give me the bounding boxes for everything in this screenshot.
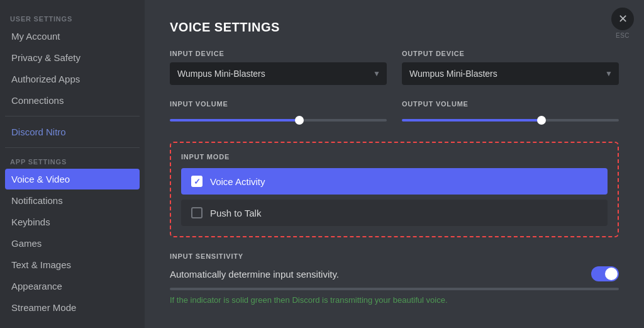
sidebar-item-appearance[interactable]: Appearance	[5, 276, 140, 297]
sidebar-item-keybinds[interactable]: Keybinds	[5, 212, 140, 232]
output-volume-label: OUTPUT VOLUME	[402, 100, 619, 108]
auto-sensitivity-toggle[interactable]	[591, 266, 619, 281]
input-mode-section: INPUT MODE Voice Activity Push to Talk	[170, 142, 619, 237]
input-device-label: INPUT DEVICE	[170, 50, 387, 57]
voice-activity-option[interactable]: Voice Activity	[181, 168, 608, 195]
input-volume-slider[interactable]	[170, 119, 387, 122]
toggle-knob	[605, 268, 618, 280]
sidebar-item-my-account[interactable]: My Account	[5, 26, 140, 47]
input-volume-col: INPUT VOLUME	[170, 100, 387, 124]
output-volume-col: OUTPUT VOLUME	[402, 100, 619, 124]
input-mode-label: INPUT MODE	[181, 153, 608, 161]
device-row: INPUT DEVICE Wumpus Mini-Blasters ▼ OUTP…	[170, 50, 619, 85]
sidebar-item-discord-nitro[interactable]: Discord Nitro	[5, 122, 140, 142]
push-to-talk-checkbox[interactable]	[191, 207, 203, 218]
output-device-col: OUTPUT DEVICE Wumpus Mini-Blasters ▼	[402, 50, 619, 85]
sidebar-divider-2	[5, 147, 140, 148]
sensitivity-row: Automatically determine input sensitivit…	[170, 266, 619, 281]
user-settings-label: USER SETTINGS	[5, 10, 140, 25]
push-to-talk-option[interactable]: Push to Talk	[181, 200, 608, 226]
input-sensitivity-label: INPUT SENSITIVITY	[170, 252, 619, 260]
sidebar-item-text-images[interactable]: Text & Images	[5, 254, 140, 275]
push-to-talk-label: Push to Talk	[210, 208, 261, 218]
sidebar-item-connections[interactable]: Connections	[5, 90, 140, 111]
sidebar-item-notifications[interactable]: Notifications	[5, 190, 140, 211]
input-device-wrapper: Wumpus Mini-Blasters ▼	[170, 62, 387, 85]
page-title: VOICE SETTINGS	[170, 20, 619, 35]
sensitivity-bar-row	[170, 288, 619, 290]
close-button[interactable]: ✕	[611, 8, 634, 30]
main-content: ✕ ESC VOICE SETTINGS INPUT DEVICE Wumpus…	[145, 0, 644, 328]
esc-label: ESC	[616, 32, 630, 39]
sidebar-item-streamer-mode[interactable]: Streamer Mode	[5, 297, 140, 318]
input-device-select[interactable]: Wumpus Mini-Blasters	[170, 62, 387, 85]
voice-activity-label: Voice Activity	[210, 176, 265, 187]
app-settings-label: APP SETTINGS	[5, 153, 140, 168]
voice-activity-checkbox[interactable]	[191, 176, 203, 187]
sidebar-item-games[interactable]: Games	[5, 233, 140, 254]
output-device-label: OUTPUT DEVICE	[402, 50, 619, 57]
output-device-wrapper: Wumpus Mini-Blasters ▼	[402, 62, 619, 85]
sensitivity-hint: If the indicator is solid green then Dis…	[170, 295, 619, 305]
close-area: ✕ ESC	[611, 8, 634, 39]
sidebar-divider-1	[5, 116, 140, 116]
input-device-col: INPUT DEVICE Wumpus Mini-Blasters ▼	[170, 50, 387, 85]
output-device-select[interactable]: Wumpus Mini-Blasters	[402, 62, 619, 85]
sidebar-item-authorized-apps[interactable]: Authorized Apps	[5, 69, 140, 89]
sidebar-item-privacy-safety[interactable]: Privacy & Safety	[5, 47, 140, 68]
sidebar: USER SETTINGS My Account Privacy & Safet…	[0, 0, 145, 328]
sensitivity-bar	[170, 288, 619, 290]
output-volume-slider[interactable]	[402, 119, 619, 122]
volume-row: INPUT VOLUME OUTPUT VOLUME	[170, 100, 619, 124]
sidebar-item-voice-video[interactable]: Voice & Video	[5, 169, 140, 189]
auto-sensitivity-text: Automatically determine input sensitivit…	[170, 269, 339, 280]
input-volume-label: INPUT VOLUME	[170, 100, 387, 108]
